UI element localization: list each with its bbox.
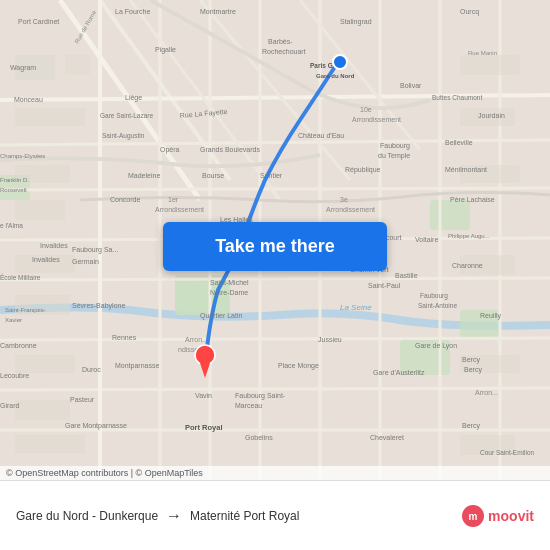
svg-rect-37 xyxy=(460,55,520,75)
svg-text:Xavier: Xavier xyxy=(5,317,22,323)
svg-text:Arrondissement: Arrondissement xyxy=(326,206,375,213)
svg-text:Arron...: Arron... xyxy=(185,336,208,343)
svg-text:du Temple: du Temple xyxy=(378,152,410,160)
svg-text:e l'Alma: e l'Alma xyxy=(0,222,23,229)
svg-rect-36 xyxy=(15,435,85,453)
svg-text:Cour Saint-Emilion: Cour Saint-Emilion xyxy=(480,449,535,456)
svg-text:Montmartre: Montmartre xyxy=(200,8,236,15)
moovit-brand-text: moovit xyxy=(488,508,534,524)
svg-text:Monceau: Monceau xyxy=(14,96,43,103)
svg-text:Pigalle: Pigalle xyxy=(155,46,176,54)
svg-text:École Militaire: École Militaire xyxy=(0,273,41,281)
svg-text:Lecoubre: Lecoubre xyxy=(0,372,29,379)
svg-text:Invalides: Invalides xyxy=(32,256,60,263)
svg-text:Faubourg: Faubourg xyxy=(420,292,448,300)
svg-rect-3 xyxy=(430,200,470,230)
svg-rect-28 xyxy=(65,55,90,75)
moovit-logo-icon: m xyxy=(462,505,484,527)
moovit-logo: m moovit xyxy=(462,505,534,527)
route-arrow-icon: → xyxy=(166,507,182,525)
svg-text:Reuilly: Reuilly xyxy=(480,312,502,320)
svg-rect-34 xyxy=(15,355,75,373)
svg-text:Sèvres-Babylone: Sèvres-Babylone xyxy=(72,302,125,310)
svg-text:Liège: Liège xyxy=(125,94,142,102)
svg-text:Gare Saint-Lazare: Gare Saint-Lazare xyxy=(100,112,153,119)
svg-text:Arron...: Arron... xyxy=(475,389,498,396)
svg-text:Roosevelt: Roosevelt xyxy=(0,187,27,193)
svg-text:Grands Boulevards: Grands Boulevards xyxy=(200,146,260,153)
svg-text:Franklin D.: Franklin D. xyxy=(0,177,29,183)
svg-text:Bastille: Bastille xyxy=(395,272,418,279)
svg-text:Saint-Antoine: Saint-Antoine xyxy=(418,302,457,309)
svg-text:Girard: Girard xyxy=(0,402,20,409)
svg-text:Bolivar: Bolivar xyxy=(400,82,422,89)
svg-text:Jussieu: Jussieu xyxy=(318,336,342,343)
svg-text:Faubourg Sa...: Faubourg Sa... xyxy=(72,246,118,254)
svg-text:Gobelins: Gobelins xyxy=(245,434,273,441)
svg-rect-35 xyxy=(15,400,70,420)
svg-text:Château d'Eau: Château d'Eau xyxy=(298,132,344,139)
route-to: Maternité Port Royal xyxy=(190,509,299,523)
svg-text:Gare Montparnasse: Gare Montparnasse xyxy=(65,422,127,430)
svg-text:Place Monge: Place Monge xyxy=(278,362,319,370)
route-from: Gare du Nord - Dunkerque xyxy=(16,509,158,523)
svg-text:Port Cardinet: Port Cardinet xyxy=(18,18,59,25)
svg-text:Saint-Paul: Saint-Paul xyxy=(368,282,401,289)
svg-text:Invalides: Invalides xyxy=(40,242,68,249)
svg-text:Chevaleret: Chevaleret xyxy=(370,434,404,441)
svg-text:Duroc: Duroc xyxy=(82,366,101,373)
svg-point-135 xyxy=(333,55,347,69)
svg-text:Notre-Dame: Notre-Dame xyxy=(210,289,248,296)
svg-text:Ourcq: Ourcq xyxy=(460,8,479,16)
svg-text:Arrondissement: Arrondissement xyxy=(352,116,401,123)
svg-text:Arrondissement: Arrondissement xyxy=(155,206,204,213)
svg-text:Marceau: Marceau xyxy=(235,402,262,409)
svg-text:Belleville: Belleville xyxy=(445,139,473,146)
route-info: Gare du Nord - Dunkerque → Maternité Por… xyxy=(16,507,462,525)
svg-text:Faubourg: Faubourg xyxy=(380,142,410,150)
svg-text:La Fourche: La Fourche xyxy=(115,8,151,15)
map-container: Port Cardinet La Fourche Montmartre Stal… xyxy=(0,0,550,480)
map-copyright: © OpenStreetMap contributors | © OpenMap… xyxy=(0,466,550,480)
svg-text:3e: 3e xyxy=(340,196,348,203)
svg-text:Père Lachaise: Père Lachaise xyxy=(450,196,495,203)
svg-text:Rennes: Rennes xyxy=(112,334,137,341)
svg-text:Pasteur: Pasteur xyxy=(70,396,95,403)
svg-text:Germain: Germain xyxy=(72,258,99,265)
svg-text:Cambronne: Cambronne xyxy=(0,342,37,349)
svg-text:La Seine: La Seine xyxy=(340,303,372,312)
svg-text:Faubourg Saint-: Faubourg Saint- xyxy=(235,392,286,400)
svg-text:Quartier Latin: Quartier Latin xyxy=(200,312,243,320)
svg-text:m: m xyxy=(469,511,478,522)
svg-text:Ménilmontant: Ménilmontant xyxy=(445,166,487,173)
svg-text:Montparnasse: Montparnasse xyxy=(115,362,159,370)
svg-text:Champs-Elysées: Champs-Elysées xyxy=(0,153,45,159)
svg-text:Bercy: Bercy xyxy=(464,366,482,374)
svg-text:10e: 10e xyxy=(360,106,372,113)
svg-text:Rochechouart: Rochechouart xyxy=(262,48,306,55)
svg-text:Bourse: Bourse xyxy=(202,172,224,179)
svg-line-13 xyxy=(0,338,550,340)
svg-text:Saint-François-: Saint-François- xyxy=(5,307,46,313)
svg-text:Gare d'Austerlitz: Gare d'Austerlitz xyxy=(373,369,425,376)
svg-line-10 xyxy=(0,188,550,190)
svg-text:Bercy: Bercy xyxy=(462,356,480,364)
svg-text:Port Royal: Port Royal xyxy=(185,423,223,432)
svg-line-14 xyxy=(0,388,550,390)
take-me-there-button[interactable]: Take me there xyxy=(163,222,387,271)
svg-text:Concorde: Concorde xyxy=(110,196,140,203)
svg-text:1er: 1er xyxy=(168,196,179,203)
svg-text:Saint-Michel: Saint-Michel xyxy=(210,279,249,286)
svg-text:Voltaire: Voltaire xyxy=(415,236,438,243)
svg-text:Jourdain: Jourdain xyxy=(478,112,505,119)
svg-text:Opéra: Opéra xyxy=(160,146,180,154)
svg-text:Gare du Nord: Gare du Nord xyxy=(316,73,355,79)
svg-text:Wagram: Wagram xyxy=(10,64,36,72)
svg-text:Madeleine: Madeleine xyxy=(128,172,160,179)
svg-text:Barbès-: Barbès- xyxy=(268,38,293,45)
svg-text:Bercy: Bercy xyxy=(462,422,480,430)
svg-text:Buttes Chaumont: Buttes Chaumont xyxy=(432,94,482,101)
bottom-bar: Gare du Nord - Dunkerque → Maternité Por… xyxy=(0,480,550,550)
svg-text:Saint-Augustin: Saint-Augustin xyxy=(102,132,145,140)
svg-point-136 xyxy=(195,345,215,365)
